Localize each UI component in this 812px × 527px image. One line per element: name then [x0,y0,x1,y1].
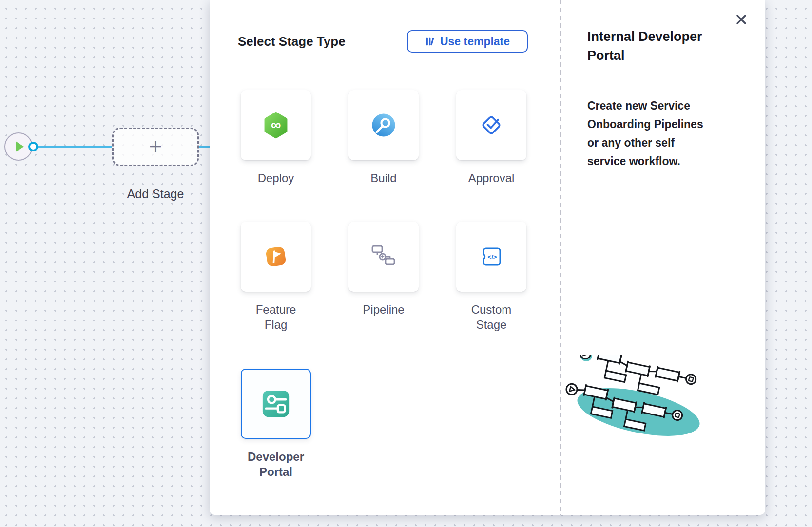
feature-flag-icon [262,243,290,271]
stage-card-label: Pipeline [363,302,404,317]
stage-card-label: Deploy [258,170,294,186]
stage-card-label: Developer Portal [245,449,307,479]
library-icon [425,36,436,47]
svg-text:∞: ∞ [271,117,281,132]
pipeline-icon [370,244,397,270]
pipelines-illustration [564,355,711,454]
add-stage-button[interactable]: + [112,128,199,166]
build-icon [369,111,398,139]
stage-card-feature-flag[interactable] [241,222,311,292]
stage-card-label: Custom Stage [460,302,522,332]
stage-card-deploy[interactable]: ∞ [241,90,311,160]
stage-card-label: Feature Flag [245,302,307,332]
play-icon [16,141,24,152]
deploy-icon: ∞ [261,111,290,140]
custom-stage-icon: </> [478,244,504,270]
stage-card-label: Build [370,170,396,186]
add-stage-label: Add Stage [112,187,199,201]
pipeline-canvas: + Add Stage Select Stage Type Use templa… [0,0,812,527]
detail-panel-description: Create new Service Onboarding Pipelines … [587,96,715,170]
plus-icon: + [149,135,162,157]
developer-portal-icon [261,389,291,419]
modal-title: Select Stage Type [238,34,346,49]
use-template-button[interactable]: Use template [407,30,528,53]
stage-card-pipeline[interactable] [348,222,419,292]
select-stage-modal: Select Stage Type Use template ∞ Deploy [210,0,765,515]
detail-panel-title: Internal Developer Portal [587,27,730,65]
stage-card-developer-portal[interactable] [241,369,311,439]
connector-line [199,146,211,148]
panel-divider [560,0,561,515]
stage-card-custom-stage[interactable]: </> [456,222,526,292]
connector-node [28,142,38,151]
connector-line [38,146,112,148]
close-button[interactable] [733,12,750,28]
approval-icon [477,111,506,140]
use-template-label: Use template [440,35,510,48]
close-icon [734,12,749,27]
svg-text:</>: </> [488,253,497,261]
stage-card-approval[interactable] [456,90,526,160]
stage-card-build[interactable] [348,90,419,160]
stage-card-label: Approval [468,170,515,186]
